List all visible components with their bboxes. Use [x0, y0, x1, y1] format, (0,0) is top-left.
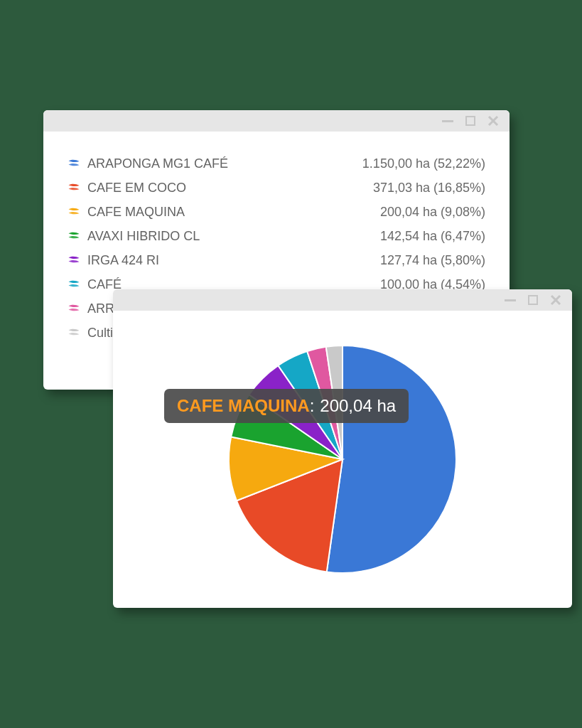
maximize-icon[interactable] [527, 294, 539, 306]
chart-body: CAFE MAQUINA: 200,04 ha [113, 311, 572, 608]
list-item[interactable]: CAFE MAQUINA200,04 ha (9,08%) [68, 200, 485, 224]
chart-window: CAFE MAQUINA: 200,04 ha [113, 289, 572, 608]
pie-slice[interactable] [327, 346, 456, 573]
list-item-value: 142,54 ha (6,47%) [380, 229, 485, 244]
list-item-value: 127,74 ha (5,80%) [380, 253, 485, 268]
close-icon[interactable] [487, 114, 500, 127]
list-item[interactable]: AVAXI HIBRIDO CL142,54 ha (6,47%) [68, 224, 485, 248]
list-item-label: AVAXI HIBRIDO CL [87, 229, 200, 244]
close-icon[interactable] [549, 294, 562, 306]
leaf-icon [68, 326, 80, 339]
minimize-icon[interactable] [504, 294, 517, 306]
list-item[interactable]: ARAPONGA MG1 CAFÉ1.150,00 ha (52,22%) [68, 151, 485, 176]
list-item-value: 200,04 ha (9,08%) [380, 205, 485, 220]
leaf-icon [68, 230, 80, 242]
list-item-label: IRGA 424 RI [87, 253, 159, 268]
window-titlebar [43, 110, 510, 132]
tooltip-value: 200,04 ha [320, 396, 396, 416]
list-item[interactable]: IRGA 424 RI127,74 ha (5,80%) [68, 248, 485, 272]
leaf-icon [68, 157, 80, 170]
leaf-icon [68, 254, 80, 267]
maximize-icon[interactable] [464, 114, 477, 127]
list-item-value: 1.150,00 ha (52,22%) [362, 156, 485, 171]
leaf-icon [68, 278, 80, 291]
pie-chart[interactable] [222, 338, 463, 580]
leaf-icon [68, 205, 80, 218]
tooltip-name: CAFE MAQUINA [177, 396, 310, 416]
list-item-value: 371,03 ha (16,85%) [373, 181, 485, 196]
leaf-icon [68, 302, 80, 315]
chart-tooltip: CAFE MAQUINA: 200,04 ha [164, 389, 409, 423]
list-item-label: CAFE EM COCO [87, 181, 186, 196]
minimize-icon[interactable] [441, 114, 454, 127]
list-item[interactable]: CAFE EM COCO371,03 ha (16,85%) [68, 176, 485, 200]
leaf-icon [68, 181, 80, 194]
list-item-label: ARAPONGA MG1 CAFÉ [87, 156, 228, 171]
window-titlebar [113, 289, 572, 311]
list-item-label: CAFE MAQUINA [87, 205, 185, 220]
